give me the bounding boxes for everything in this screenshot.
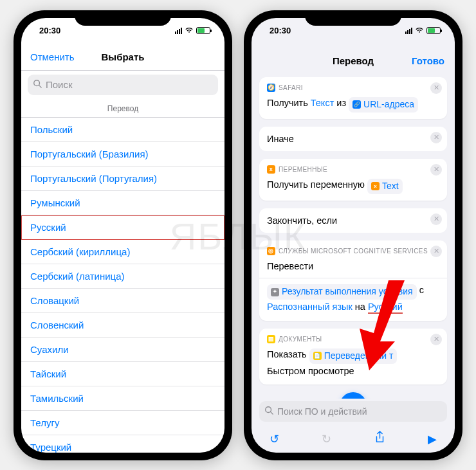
list-item[interactable]: Польский — [21, 118, 224, 142]
token-detected-lang[interactable]: Распознанный язык — [267, 302, 352, 312]
close-icon[interactable]: ✕ — [430, 164, 442, 176]
close-icon[interactable]: ✕ — [430, 82, 442, 94]
action-else[interactable]: ✕ Иначе — [259, 127, 447, 151]
action-safari[interactable]: ✕ 🧭SAFARI Получить Текст из 🔗URL-адреса — [259, 77, 447, 119]
text: на — [355, 302, 365, 312]
bottom-toolbar: ↺ ↻ ▶ — [252, 426, 455, 453]
magic-icon: ✦ — [271, 288, 279, 296]
close-icon[interactable]: ✕ — [430, 132, 442, 143]
card-header-label: ПЕРЕМЕННЫЕ — [279, 166, 327, 173]
search-icon — [264, 406, 273, 417]
text: с — [419, 285, 424, 295]
signal-icon — [405, 28, 412, 34]
text: Перевести — [267, 259, 439, 273]
token-text[interactable]: Текст — [311, 98, 334, 108]
share-button[interactable] — [374, 431, 385, 447]
list-item[interactable]: Словацкий — [21, 289, 224, 313]
card-header-label: ДОКУМЕНТЫ — [279, 336, 322, 343]
list-item[interactable]: Сербский (латиница) — [21, 264, 224, 289]
text: Получить переменную — [267, 179, 365, 190]
text: Быстром просмотре — [267, 364, 439, 378]
card-header-label: SAFARI — [279, 84, 303, 91]
search-placeholder: Поиск — [46, 79, 73, 90]
phone-left: 20:30 Отменить Выбрать Поиск Перевод Пол… — [14, 10, 232, 460]
redo-button[interactable]: ↻ — [322, 432, 331, 446]
chip-if-result[interactable]: ✦Результат выполнения условия — [267, 284, 417, 300]
list-item[interactable]: Португальский (Бразилия) — [21, 142, 224, 167]
list-item[interactable]: Телугу — [21, 411, 224, 435]
status-time: 20:30 — [39, 26, 60, 35]
safari-icon: 🧭 — [267, 84, 275, 92]
token-target-lang[interactable]: Русский — [368, 302, 403, 314]
list-item[interactable]: Турецкий — [21, 435, 224, 453]
play-button[interactable]: ▶ — [428, 432, 437, 446]
variable-icon: x — [267, 165, 275, 174]
action-endif[interactable]: ✕ Закончить, если — [259, 208, 447, 233]
status-time: 20:30 — [270, 26, 291, 35]
list-item[interactable]: Тамильский — [21, 386, 224, 411]
phone-right: 20:30 Перевод Готово ✕ 🧭SAFARI Получить … — [244, 10, 462, 460]
svg-line-3 — [271, 412, 273, 415]
cancel-button[interactable]: Отменить — [30, 51, 75, 62]
text: Показать — [267, 349, 307, 359]
list-item-russian[interactable]: Русский — [21, 215, 224, 240]
close-icon[interactable]: ✕ — [430, 334, 442, 345]
documents-icon: ▤ — [267, 335, 275, 343]
list-item[interactable]: Суахили — [21, 338, 224, 362]
list-item[interactable]: Словенский — [21, 313, 224, 338]
text: Иначе — [267, 134, 294, 144]
signal-icon — [175, 28, 182, 34]
add-action-button[interactable]: ＋ — [340, 392, 367, 398]
language-list[interactable]: Польский Португальский (Бразилия) Португ… — [21, 118, 224, 453]
battery-icon — [196, 27, 210, 34]
card-header-label: СЛУЖБЫ MICROSOFT COGNITIVE SERVICES — [279, 248, 428, 255]
search-input[interactable]: Поиск — [28, 75, 218, 95]
action-variables[interactable]: ✕ xПЕРЕМЕННЫЕ Получить переменную xText — [259, 159, 447, 201]
doc-icon: 📄 — [313, 352, 322, 360]
search-icon — [33, 79, 42, 90]
nav-title: Перевод — [333, 55, 374, 66]
chip-url[interactable]: 🔗URL-адреса — [349, 97, 418, 113]
list-item[interactable]: Португальский (Португалия) — [21, 167, 224, 191]
cognitive-icon: ◎ — [267, 247, 275, 255]
navbar: Перевод Готово — [252, 48, 455, 75]
search-placeholder: Поиск ПО и действий — [277, 406, 367, 417]
notch — [75, 10, 171, 26]
undo-button[interactable]: ↺ — [270, 432, 279, 446]
list-item[interactable]: Сербский (кириллица) — [21, 240, 224, 264]
wifi-icon — [415, 26, 424, 35]
wifi-icon — [185, 26, 194, 35]
variable-icon: x — [371, 182, 380, 190]
text: Закончить, если — [267, 215, 337, 226]
link-icon: 🔗 — [352, 100, 361, 109]
chip-text[interactable]: xText — [367, 179, 403, 194]
notch — [305, 10, 401, 26]
close-icon[interactable]: ✕ — [430, 213, 442, 225]
chip-translated[interactable]: 📄Переведенный т — [309, 348, 398, 364]
text: Получить — [267, 98, 308, 108]
battery-icon — [426, 27, 441, 34]
search-actions-input[interactable]: Поиск ПО и действий — [259, 401, 447, 422]
list-item[interactable]: Тайский — [21, 362, 224, 386]
action-documents[interactable]: ✕ ▤ДОКУМЕНТЫ Показать 📄Переведенный т Бы… — [259, 329, 447, 385]
svg-line-1 — [39, 86, 42, 88]
navbar: Отменить Выбрать — [21, 44, 224, 71]
action-translate[interactable]: ✕ ◎СЛУЖБЫ MICROSOFT COGNITIVE SERVICES П… — [259, 240, 447, 321]
section-header: Перевод — [21, 99, 224, 118]
close-icon[interactable]: ✕ — [430, 246, 442, 257]
nav-title: Выбрать — [102, 51, 145, 62]
done-button[interactable]: Готово — [412, 55, 444, 66]
list-item[interactable]: Румынский — [21, 191, 224, 215]
text: из — [336, 98, 346, 108]
